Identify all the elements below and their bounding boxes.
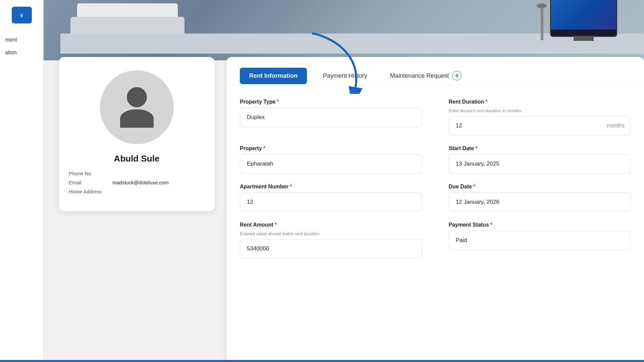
monitor-screen	[551, 0, 616, 29]
tenant-card: Abuld Sule Phone No Email madsluck@dotel…	[59, 57, 215, 211]
required-star-4: *	[475, 145, 477, 152]
background-photo	[0, 0, 644, 60]
property-input-wrapper	[240, 154, 422, 174]
right-panel: Rent Information Payment History Mainten…	[226, 57, 644, 362]
monitor	[550, 0, 617, 37]
address-row: Home Address	[69, 189, 205, 194]
apartment-number-input[interactable]	[240, 192, 422, 212]
form-content: Property Type * Rent Duration * Enter te…	[226, 85, 644, 272]
property-group: Property *	[240, 145, 422, 174]
required-star: *	[277, 99, 279, 105]
avatar-head	[127, 87, 147, 107]
lamp-stand	[541, 7, 543, 40]
rent-amount-sublabel: Entered value should match rent duration	[240, 231, 422, 236]
tab-payment-history[interactable]: Payment History	[314, 68, 377, 84]
payment-status-label: Payment Status *	[449, 222, 631, 228]
phone-row: Phone No	[69, 171, 205, 176]
apartment-number-group: Apartment Number *	[240, 184, 422, 212]
desk-decoration	[44, 0, 644, 60]
bottom-bar	[0, 360, 644, 362]
required-star-6: *	[473, 184, 475, 190]
due-date-input[interactable]	[449, 192, 631, 212]
rent-duration-label: Rent Duration *	[449, 99, 631, 105]
monitor-stand	[574, 36, 594, 41]
start-date-input[interactable]	[449, 154, 631, 174]
required-star-8: *	[490, 222, 492, 228]
sidebar-dropdown-btn[interactable]: ∨	[12, 7, 32, 23]
sidebar-item-ment[interactable]: ment	[0, 34, 43, 46]
rent-amount-input-wrapper	[240, 239, 422, 258]
required-star-7: *	[275, 222, 277, 228]
email-value: madsluck@doteluxe.com	[112, 180, 169, 185]
rent-amount-label: Rent Amount *	[240, 222, 422, 228]
apartment-number-label: Apartment Number *	[240, 184, 422, 190]
tenant-name: Abuld Sule	[114, 154, 160, 164]
tabs-bar: Rent Information Payment History Mainten…	[226, 57, 644, 85]
address-label: Home Address	[69, 189, 112, 194]
chevron-down-icon: ∨	[19, 11, 24, 19]
start-date-group: Start Date *	[449, 145, 631, 174]
property-type-input[interactable]	[240, 108, 422, 127]
property-label: Property *	[240, 145, 422, 152]
tab-maintenance-request[interactable]: Maintenance Request 0	[383, 66, 468, 85]
required-star-5: *	[290, 184, 292, 190]
due-date-input-wrapper	[449, 192, 631, 212]
lamp-head	[537, 3, 547, 8]
rent-duration-input-wrapper: months	[449, 116, 631, 135]
sidebar-item-ation[interactable]: ation	[0, 46, 43, 59]
due-date-group: Due Date *	[449, 184, 631, 212]
payment-status-input[interactable]	[449, 231, 631, 250]
payment-status-group: Payment Status *	[449, 222, 631, 258]
payment-status-input-wrapper	[449, 231, 631, 250]
maintenance-badge: 0	[452, 71, 462, 80]
property-type-group: Property Type *	[240, 99, 422, 135]
rent-duration-group: Rent Duration * Enter tenant's rent dura…	[449, 99, 631, 135]
avatar-icon	[120, 87, 154, 128]
avatar-body	[120, 109, 154, 128]
property-input[interactable]	[240, 154, 422, 174]
due-date-label: Due Date *	[449, 184, 631, 190]
apartment-number-input-wrapper	[240, 192, 422, 212]
rent-duration-sublabel: Enter tenant's rent duration in months	[449, 108, 631, 113]
maintenance-label: Maintenance Request	[390, 72, 449, 79]
property-type-label: Property Type *	[240, 99, 422, 105]
tab-rent-information[interactable]: Rent Information	[240, 68, 307, 84]
rent-amount-input[interactable]	[240, 239, 422, 258]
start-date-input-wrapper	[449, 154, 631, 174]
avatar	[100, 70, 174, 144]
required-star-2: *	[485, 99, 487, 105]
email-label: Email	[69, 180, 112, 185]
rent-duration-input[interactable]	[449, 116, 631, 135]
email-row: Email madsluck@doteluxe.com	[69, 180, 205, 185]
required-star-3: *	[263, 145, 265, 152]
tenant-info: Phone No Email madsluck@doteluxe.com Hom…	[69, 171, 205, 198]
property-type-input-wrapper	[240, 108, 422, 127]
phone-label: Phone No	[69, 171, 112, 176]
start-date-label: Start Date *	[449, 145, 631, 152]
sidebar: ∨ ment ation	[0, 0, 44, 362]
rent-amount-group: Rent Amount * Entered value should match…	[240, 222, 422, 258]
